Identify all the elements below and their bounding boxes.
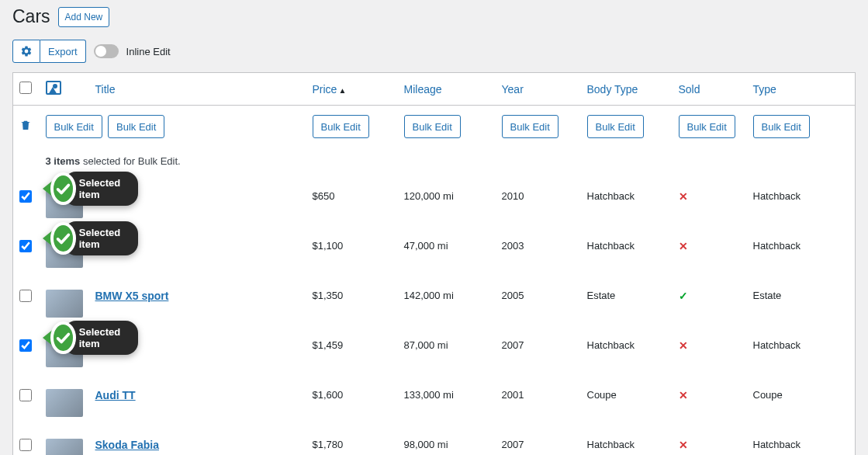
- row-sold: ✓: [673, 279, 747, 328]
- check-circle-icon: [50, 321, 76, 354]
- inline-edit-label: Inline Edit: [126, 46, 171, 57]
- row-checkbox[interactable]: [19, 190, 32, 203]
- trash-icon: [19, 120, 32, 134]
- row-body-type: Hatchback: [581, 428, 673, 455]
- row-mileage: 133,000 mi: [398, 378, 496, 428]
- check-circle-icon: [50, 222, 76, 255]
- row-type: Hatchback: [747, 179, 856, 229]
- row-type: Hatchback: [747, 229, 856, 279]
- row-sold: ✕: [673, 179, 747, 229]
- bulk-edit-title-button[interactable]: Bulk Edit: [46, 115, 102, 138]
- row-mileage: 120,000 mi: [398, 179, 496, 229]
- row-type: Estate: [747, 279, 856, 328]
- column-type[interactable]: Type: [747, 73, 856, 106]
- column-mileage[interactable]: Mileage: [398, 73, 496, 106]
- row-sold: ✕: [673, 229, 747, 279]
- x-icon: ✕: [679, 389, 688, 401]
- row-year: 2010: [496, 179, 581, 229]
- column-title[interactable]: Title: [89, 73, 306, 106]
- settings-button[interactable]: [12, 40, 40, 63]
- selection-count: 3 items: [46, 155, 81, 167]
- row-checkbox[interactable]: [19, 339, 32, 352]
- row-type: Hatchback: [747, 328, 856, 378]
- column-body-type[interactable]: Body Type: [581, 73, 673, 106]
- select-all-header[interactable]: [13, 73, 40, 106]
- table-row: Selected item 010 $650 120,000 mi 2010 H…: [13, 179, 856, 229]
- row-year: 2003: [496, 229, 581, 279]
- x-icon: ✕: [679, 240, 688, 252]
- table-row: Skoda Fabia $1,780 98,000 mi 2007 Hatchb…: [13, 428, 856, 455]
- row-title-link[interactable]: BMW X5 sport: [95, 290, 169, 302]
- sort-asc-icon: ▲: [338, 86, 346, 95]
- row-checkbox[interactable]: [19, 439, 32, 451]
- bulk-edit-year-button[interactable]: Bulk Edit: [502, 115, 558, 138]
- row-year: 2007: [496, 328, 581, 378]
- image-icon: [46, 81, 61, 95]
- row-price: $1,100: [306, 229, 398, 279]
- row-price: $1,780: [306, 428, 398, 455]
- row-checkbox[interactable]: [19, 240, 32, 252]
- row-year: 2007: [496, 428, 581, 455]
- page-title: Cars: [12, 6, 50, 27]
- inline-edit-toggle[interactable]: [94, 44, 119, 58]
- row-price: $650: [306, 179, 398, 229]
- cars-table: Title Price▲ Mileage Year Body Type Sold…: [12, 72, 856, 455]
- bulk-edit-image-button[interactable]: Bulk Edit: [108, 115, 164, 138]
- row-type: Hatchback: [747, 428, 856, 455]
- column-sold[interactable]: Sold: [673, 73, 747, 106]
- x-icon: ✕: [679, 190, 688, 203]
- row-thumbnail[interactable]: [46, 389, 83, 417]
- table-row: Audi TT $1,600 133,000 mi 2001 Coupe ✕ C…: [13, 378, 856, 428]
- select-all-checkbox[interactable]: [19, 82, 32, 94]
- gear-icon: [20, 45, 33, 57]
- row-price: $1,350: [306, 279, 398, 328]
- row-body-type: Estate: [581, 279, 673, 328]
- add-new-button[interactable]: Add New: [58, 7, 110, 27]
- bulk-edit-sold-button[interactable]: Bulk Edit: [679, 115, 735, 138]
- table-row: Selected item $1,459 87,000 mi 2007 Hatc…: [13, 328, 856, 378]
- row-title-link[interactable]: Audi TT: [95, 389, 136, 401]
- selected-badge: Selected item: [43, 321, 138, 355]
- selection-suffix: selected for Bulk Edit.: [80, 155, 180, 167]
- row-price: $1,459: [306, 328, 398, 378]
- row-mileage: 98,000 mi: [398, 428, 496, 455]
- row-type: Coupe: [747, 378, 856, 428]
- row-sold: ✕: [673, 428, 747, 455]
- column-image[interactable]: [40, 73, 89, 106]
- row-thumbnail[interactable]: [46, 439, 83, 455]
- row-thumbnail[interactable]: [46, 290, 83, 318]
- row-body-type: Coupe: [581, 378, 673, 428]
- bulk-delete-cell[interactable]: [13, 106, 40, 148]
- row-body-type: Hatchback: [581, 179, 673, 229]
- row-price: $1,600: [306, 378, 398, 428]
- bulk-edit-mileage-button[interactable]: Bulk Edit: [404, 115, 461, 138]
- row-sold: ✕: [673, 328, 747, 378]
- selected-badge: Selected item: [43, 221, 138, 255]
- row-mileage: 87,000 mi: [398, 328, 496, 378]
- table-row: BMW X5 sport $1,350 142,000 mi 2005 Esta…: [13, 279, 856, 328]
- column-price[interactable]: Price▲: [306, 73, 398, 106]
- selected-badge: Selected item: [43, 172, 138, 206]
- table-row: Selected item $1,100 47,000 mi 2003 Hatc…: [13, 229, 856, 279]
- row-year: 2005: [496, 279, 581, 328]
- row-title-link[interactable]: Skoda Fabia: [95, 439, 159, 451]
- bulk-edit-body-button[interactable]: Bulk Edit: [587, 115, 644, 138]
- row-year: 2001: [496, 378, 581, 428]
- row-body-type: Hatchback: [581, 328, 673, 378]
- check-circle-icon: [50, 172, 76, 205]
- row-checkbox[interactable]: [19, 290, 32, 302]
- row-mileage: 142,000 mi: [398, 279, 496, 328]
- row-sold: ✕: [673, 378, 747, 428]
- row-body-type: Hatchback: [581, 229, 673, 279]
- bulk-edit-price-button[interactable]: Bulk Edit: [313, 115, 369, 138]
- row-mileage: 47,000 mi: [398, 229, 496, 279]
- column-year[interactable]: Year: [496, 73, 581, 106]
- check-icon: ✓: [679, 290, 688, 302]
- export-button[interactable]: Export: [40, 40, 86, 63]
- bulk-edit-type-button[interactable]: Bulk Edit: [753, 115, 810, 138]
- x-icon: ✕: [679, 339, 688, 352]
- x-icon: ✕: [679, 439, 688, 451]
- row-checkbox[interactable]: [19, 389, 32, 401]
